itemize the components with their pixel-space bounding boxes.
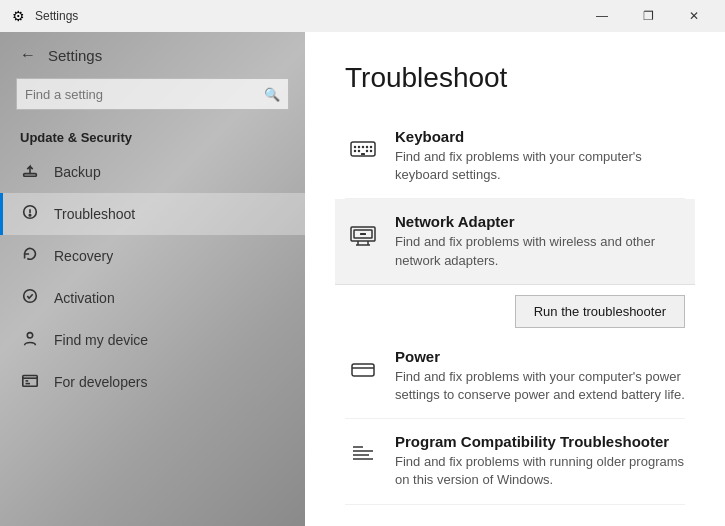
program-compat-icon-box xyxy=(345,435,381,471)
sidebar-app-title: Settings xyxy=(48,47,102,64)
search-input[interactable] xyxy=(25,87,264,102)
keyboard-text: Keyboard Find and fix problems with your… xyxy=(395,128,685,184)
program-compat-name: Program Compatibility Troubleshooter xyxy=(395,433,685,450)
search-icon: 🔍 xyxy=(264,87,280,102)
for-developers-icon xyxy=(20,371,40,393)
program-compat-text: Program Compatibility Troubleshooter Fin… xyxy=(395,433,685,489)
network-adapter-text: Network Adapter Find and fix problems wi… xyxy=(395,213,685,269)
sidebar-item-label-troubleshoot: Troubleshoot xyxy=(54,206,135,222)
svg-point-4 xyxy=(24,290,37,303)
network-adapter-desc: Find and fix problems with wireless and … xyxy=(395,233,685,269)
main-layout: ← Settings 🔍 Update & Security Backup xyxy=(0,32,725,526)
svg-rect-27 xyxy=(352,364,374,376)
run-button-row: Run the troubleshooter xyxy=(345,285,685,334)
sidebar-item-label-find-my-device: Find my device xyxy=(54,332,148,348)
power-desc: Find and fix problems with your computer… xyxy=(395,368,685,404)
troubleshoot-item-program-compat: Program Compatibility Troubleshooter Fin… xyxy=(345,419,685,504)
sidebar-item-backup[interactable]: Backup xyxy=(0,151,305,193)
app-icon: ⚙ xyxy=(12,8,25,24)
maximize-button[interactable]: ❐ xyxy=(625,0,671,32)
title-bar: ⚙ Settings — ❐ ✕ xyxy=(0,0,725,32)
sidebar-item-label-for-developers: For developers xyxy=(54,374,147,390)
sidebar-item-label-recovery: Recovery xyxy=(54,248,113,264)
troubleshoot-icon xyxy=(20,203,40,225)
sidebar-search-container: 🔍 xyxy=(16,78,289,110)
power-text: Power Find and fix problems with your co… xyxy=(395,348,685,404)
troubleshoot-item-keyboard: Keyboard Find and fix problems with your… xyxy=(345,114,685,199)
svg-point-5 xyxy=(27,333,32,338)
sidebar-item-label-backup: Backup xyxy=(54,164,101,180)
sidebar-item-troubleshoot[interactable]: Troubleshoot xyxy=(0,193,305,235)
sidebar: ← Settings 🔍 Update & Security Backup xyxy=(0,32,305,526)
sidebar-item-label-activation: Activation xyxy=(54,290,115,306)
title-bar-title: Settings xyxy=(35,9,78,23)
sidebar-back-button[interactable]: ← Settings xyxy=(0,32,305,78)
network-adapter-name: Network Adapter xyxy=(395,213,685,230)
content-area: Troubleshoot Keyboard xyxy=(305,32,725,526)
troubleshoot-item-network-adapter: Network Adapter Find and fix problems wi… xyxy=(335,199,695,284)
svg-rect-26 xyxy=(360,233,366,235)
sidebar-item-recovery[interactable]: Recovery xyxy=(0,235,305,277)
power-name: Power xyxy=(395,348,685,365)
recovery-icon xyxy=(20,245,40,267)
find-my-device-icon xyxy=(20,329,40,351)
activation-icon xyxy=(20,287,40,309)
svg-rect-6 xyxy=(23,376,37,387)
sidebar-item-for-developers[interactable]: For developers xyxy=(0,361,305,403)
keyboard-desc: Find and fix problems with your computer… xyxy=(395,148,685,184)
svg-point-3 xyxy=(29,214,30,215)
sidebar-item-activation[interactable]: Activation xyxy=(0,277,305,319)
power-icon-box xyxy=(345,350,381,386)
program-compat-desc: Find and fix problems with running older… xyxy=(395,453,685,489)
sidebar-item-find-my-device[interactable]: Find my device xyxy=(0,319,305,361)
svg-rect-18 xyxy=(361,153,365,155)
run-troubleshooter-button[interactable]: Run the troubleshooter xyxy=(515,295,685,328)
network-adapter-icon-box xyxy=(345,215,381,251)
page-title: Troubleshoot xyxy=(345,62,685,94)
svg-rect-0 xyxy=(24,174,37,177)
keyboard-name: Keyboard xyxy=(395,128,685,145)
close-button[interactable]: ✕ xyxy=(671,0,717,32)
title-bar-left: ⚙ Settings xyxy=(12,8,78,24)
troubleshoot-item-power: Power Find and fix problems with your co… xyxy=(345,334,685,419)
sidebar-section-title: Update & Security xyxy=(0,122,305,151)
back-icon: ← xyxy=(20,46,36,64)
title-bar-controls: — ❐ ✕ xyxy=(579,0,717,32)
minimize-button[interactable]: — xyxy=(579,0,625,32)
keyboard-icon-box xyxy=(345,130,381,166)
backup-icon xyxy=(20,161,40,183)
